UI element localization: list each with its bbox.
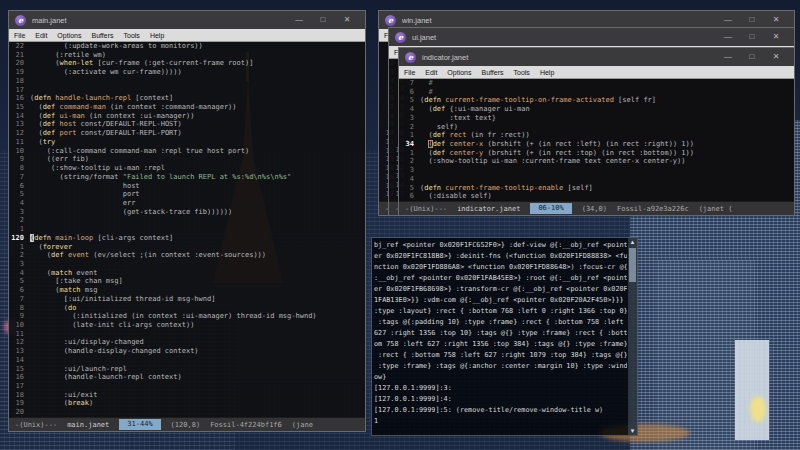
titlebar-ui-janet[interactable]: e ui.janet — □ ✕	[389, 28, 794, 46]
menu-item-tools[interactable]: Tools	[119, 32, 145, 39]
menu-item-options[interactable]: Options	[442, 69, 476, 76]
desktop: e win.janet — □ ✕ File 11234567891011121…	[0, 0, 800, 450]
buffer-line: 7 (string/format "Failed to launch REPL …	[9, 173, 365, 182]
console-line: om 758 :left 627 :right 1356 :top 384} :…	[374, 339, 627, 350]
menu-item-edit[interactable]: Edit	[30, 32, 52, 39]
buffer-line: 20 (when-let [cur-frame (:get-current-fr…	[9, 59, 365, 68]
console-line: bj_ref <pointer 0x020F1FC652F0>} :def-vi…	[374, 240, 627, 251]
window-title: ui.janet	[412, 33, 710, 42]
minimize-button[interactable]: —	[716, 48, 740, 66]
console-line: [127.0.0.1:9999]:5: (remove-title/remove…	[374, 405, 627, 416]
buffer-line: 11	[9, 330, 365, 339]
buffer-line: 12 :ui/display-changed	[9, 338, 365, 347]
close-button[interactable]: ✕	[764, 28, 788, 46]
repl-console-window: bj_ref <pointer 0x020F1FC652F0>} :def-vi…	[371, 237, 638, 436]
buffer-indicator-janet[interactable]: 7 #6 #5(defn current-frame-tooltip-on-fr…	[399, 79, 794, 203]
menu-item-help[interactable]: Help	[535, 69, 559, 76]
buffer-line: 1	[9, 225, 365, 234]
buffer-line: 3	[399, 166, 794, 175]
buffer-line: 15 :ui/launch-repl	[9, 365, 365, 374]
buffer-line: 3 (get-stack-trace fib))))))	[9, 208, 365, 217]
buffer-line: 12 (def port const/DEFAULT-REPL-PORT)	[9, 129, 365, 138]
menu-item-file[interactable]: File	[399, 69, 420, 76]
maximize-button[interactable]: □	[740, 28, 764, 46]
console-line: :__obj_ref <pointer 0x020F1FAB45E8>} :ro…	[374, 273, 627, 284]
minimize-button[interactable]: —	[287, 11, 311, 29]
titlebar-indicator-janet[interactable]: e indicator.janet — □ ✕	[399, 48, 794, 66]
menu-item-edit[interactable]: Edit	[420, 69, 442, 76]
modeline-buffer-name: main.janet	[67, 421, 109, 429]
console-output[interactable]: bj_ref <pointer 0x020F1FC652F0>} :def-vi…	[374, 240, 627, 433]
console-line: :tags @{:padding 10} :type :frame} :rect…	[374, 317, 627, 328]
console-line: :rect { :bottom 758 :left 627 :right 107…	[374, 350, 627, 361]
close-button[interactable]: ✕	[764, 48, 788, 66]
menu-item-help[interactable]: Help	[145, 32, 169, 39]
buffer-line: 13 (handle-display-changed context)	[9, 347, 365, 356]
bg-building-lit-white	[735, 340, 769, 440]
buffer-line: 120(defn main-loop [cli-args context]	[9, 234, 365, 243]
buffer-line: 16(defn handle-launch-repl [context]	[9, 94, 365, 103]
modeline-cursor-position: (34,0)	[582, 205, 607, 213]
buffer-line: 20	[9, 408, 365, 417]
close-button[interactable]: ✕	[335, 11, 359, 29]
buffer-line: 6 host	[9, 182, 365, 191]
window-main-janet: e main.janet — □ ✕ FileEditOptionsBuffer…	[8, 10, 366, 432]
buffer-line: 21 (:retile wm)	[9, 51, 365, 60]
console-line: [127.0.0.1:9999]:4:	[374, 394, 627, 405]
buffer-line: 22 (:update-work-areas to monitors))	[9, 42, 365, 51]
window-title: win.janet	[402, 16, 710, 25]
scrollbar-thumb[interactable]	[629, 248, 636, 282]
modeline-major-mode: (jane	[292, 421, 313, 429]
modeline-vcs-revision: Fossil-4f224bf1f6	[210, 421, 282, 429]
menubar-indicator-janet[interactable]: FileEditOptionsBuffersToolsHelp	[399, 66, 794, 79]
buffer-line: 11 (try	[9, 138, 365, 147]
modeline-scroll-percent: 06-10%	[530, 203, 571, 214]
window-title: indicator.janet	[422, 53, 710, 62]
buffer-line: 8 (:show-tooltip ui-man :repl	[9, 164, 365, 173]
buffer-line: 3	[9, 260, 365, 269]
buffer-line: 15 (def command-man (in context :command…	[9, 103, 365, 112]
maximize-button[interactable]: □	[311, 11, 335, 29]
menu-item-buffers[interactable]: Buffers	[476, 69, 508, 76]
buffer-line: 4 err	[9, 199, 365, 208]
scroll-down-icon[interactable]: ▼	[628, 427, 637, 435]
buffer-line: 7 [:ui/initialized thread-id msg-hwnd]	[9, 295, 365, 304]
buffer-line: 1 (forever	[9, 243, 365, 252]
buffer-line: 3 :text text}	[399, 114, 794, 123]
buffer-line: 5(defn current-frame-tooltip-on-frame-ac…	[399, 96, 794, 105]
buffer-line: 18	[9, 77, 365, 86]
buffer-line: 6 (:disable self)	[399, 192, 794, 201]
titlebar-main-janet[interactable]: e main.janet — □ ✕	[9, 11, 365, 29]
console-scrollbar[interactable]: ▲ ▼	[628, 238, 637, 435]
menu-item-file[interactable]: File	[9, 32, 30, 39]
buffer-line: 14	[9, 356, 365, 365]
buffer-line: 2 self)	[399, 123, 794, 132]
minimize-button[interactable]: —	[716, 28, 740, 46]
maximize-button[interactable]: □	[740, 48, 764, 66]
modeline-cursor-position: (120,8)	[171, 421, 201, 429]
scroll-up-icon[interactable]: ▲	[628, 238, 637, 246]
buffer-line: 16 (handle-launch-repl context)	[9, 373, 365, 382]
console-line: er 0x020F1FB68698>} :transform-cr @{:__o…	[374, 284, 627, 295]
modeline-vcs-revision: Fossil-a92e3a226c	[617, 205, 689, 213]
console-line: ow}	[374, 372, 627, 383]
modeline-indicator-janet: -(Unix)--- indicator.janet 06-10% (34,0)…	[399, 201, 794, 215]
buffer-line: 8 (do	[9, 304, 365, 313]
buffer-line: 19 (break)	[9, 399, 365, 408]
menu-item-buffers[interactable]: Buffers	[86, 32, 118, 39]
menubar-main-janet[interactable]: FileEditOptionsBuffersToolsHelp	[9, 29, 365, 42]
modeline-buffer-name: indicator.janet	[457, 205, 520, 213]
console-line: [127.0.0.1:9999]:3:	[374, 383, 627, 394]
menu-item-options[interactable]: Options	[52, 32, 86, 39]
buffer-line: 14 (def ui-man (in context :ui-manager))	[9, 112, 365, 121]
buffer-main-janet[interactable]: 22 (:update-work-areas to monitors))21 (…	[9, 42, 365, 419]
buffer-line: 5 port	[9, 190, 365, 199]
console-line: er 0x020F1FC818B8>} :deinit-fns (<functi…	[374, 251, 627, 262]
modeline-prefix: -(Unix)---	[15, 421, 57, 429]
console-line: nction 0x020F1FD886A8> <function 0x020F1…	[374, 262, 627, 273]
buffer-line: 1 (def rect (in fr :rect))	[399, 131, 794, 140]
menu-item-tools[interactable]: Tools	[509, 69, 535, 76]
emacs-icon: e	[15, 15, 26, 26]
buffer-line: 4 (match event	[9, 269, 365, 278]
buffer-line: 2	[9, 216, 365, 225]
